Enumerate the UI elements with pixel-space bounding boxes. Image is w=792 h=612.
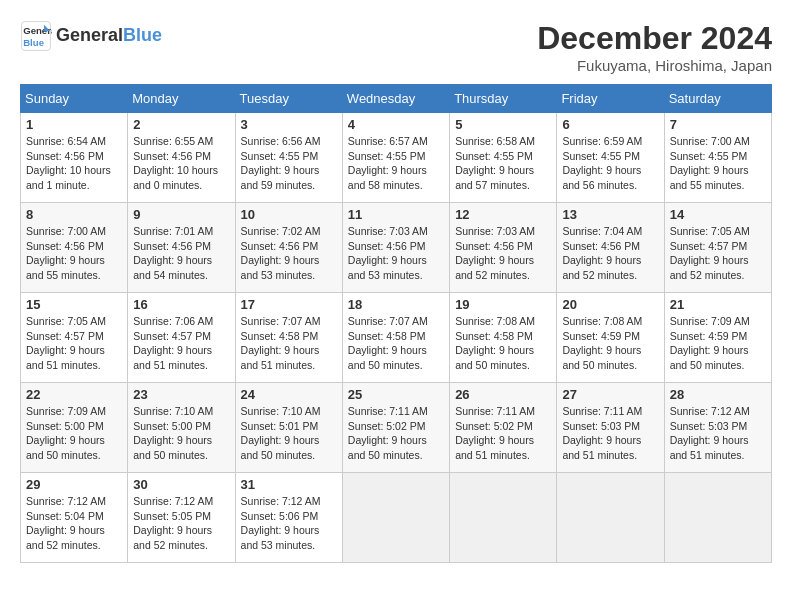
- day-number: 3: [241, 117, 337, 132]
- day-number: 14: [670, 207, 766, 222]
- day-number: 12: [455, 207, 551, 222]
- title-block: December 2024 Fukuyama, Hiroshima, Japan: [537, 20, 772, 74]
- day-number: 29: [26, 477, 122, 492]
- calendar-cell: 23Sunrise: 7:10 AMSunset: 5:00 PMDayligh…: [128, 383, 235, 473]
- day-number: 11: [348, 207, 444, 222]
- weekday-header-sunday: Sunday: [21, 85, 128, 113]
- day-info: Sunrise: 6:59 AMSunset: 4:55 PMDaylight:…: [562, 134, 658, 193]
- day-number: 26: [455, 387, 551, 402]
- calendar-table: SundayMondayTuesdayWednesdayThursdayFrid…: [20, 84, 772, 563]
- day-info: Sunrise: 7:11 AMSunset: 5:03 PMDaylight:…: [562, 404, 658, 463]
- calendar-header: SundayMondayTuesdayWednesdayThursdayFrid…: [21, 85, 772, 113]
- calendar-week-5: 29Sunrise: 7:12 AMSunset: 5:04 PMDayligh…: [21, 473, 772, 563]
- calendar-cell: 10Sunrise: 7:02 AMSunset: 4:56 PMDayligh…: [235, 203, 342, 293]
- day-info: Sunrise: 7:07 AMSunset: 4:58 PMDaylight:…: [348, 314, 444, 373]
- day-number: 28: [670, 387, 766, 402]
- calendar-cell: 9Sunrise: 7:01 AMSunset: 4:56 PMDaylight…: [128, 203, 235, 293]
- calendar-cell: 2Sunrise: 6:55 AMSunset: 4:56 PMDaylight…: [128, 113, 235, 203]
- day-number: 9: [133, 207, 229, 222]
- calendar-cell: [664, 473, 771, 563]
- day-number: 30: [133, 477, 229, 492]
- weekday-header-monday: Monday: [128, 85, 235, 113]
- day-info: Sunrise: 7:06 AMSunset: 4:57 PMDaylight:…: [133, 314, 229, 373]
- day-info: Sunrise: 6:54 AMSunset: 4:56 PMDaylight:…: [26, 134, 122, 193]
- calendar-cell: 25Sunrise: 7:11 AMSunset: 5:02 PMDayligh…: [342, 383, 449, 473]
- day-info: Sunrise: 6:57 AMSunset: 4:55 PMDaylight:…: [348, 134, 444, 193]
- calendar-cell: 22Sunrise: 7:09 AMSunset: 5:00 PMDayligh…: [21, 383, 128, 473]
- calendar-cell: 3Sunrise: 6:56 AMSunset: 4:55 PMDaylight…: [235, 113, 342, 203]
- weekday-header-wednesday: Wednesday: [342, 85, 449, 113]
- calendar-cell: 28Sunrise: 7:12 AMSunset: 5:03 PMDayligh…: [664, 383, 771, 473]
- day-info: Sunrise: 7:08 AMSunset: 4:58 PMDaylight:…: [455, 314, 551, 373]
- day-info: Sunrise: 7:05 AMSunset: 4:57 PMDaylight:…: [26, 314, 122, 373]
- day-number: 22: [26, 387, 122, 402]
- calendar-cell: 18Sunrise: 7:07 AMSunset: 4:58 PMDayligh…: [342, 293, 449, 383]
- logo-icon: General Blue: [20, 20, 52, 52]
- day-info: Sunrise: 7:03 AMSunset: 4:56 PMDaylight:…: [348, 224, 444, 283]
- day-info: Sunrise: 7:05 AMSunset: 4:57 PMDaylight:…: [670, 224, 766, 283]
- page-header: General Blue GeneralBlue December 2024 F…: [20, 20, 772, 74]
- day-info: Sunrise: 6:58 AMSunset: 4:55 PMDaylight:…: [455, 134, 551, 193]
- day-info: Sunrise: 7:00 AMSunset: 4:56 PMDaylight:…: [26, 224, 122, 283]
- calendar-cell: 16Sunrise: 7:06 AMSunset: 4:57 PMDayligh…: [128, 293, 235, 383]
- calendar-cell: 31Sunrise: 7:12 AMSunset: 5:06 PMDayligh…: [235, 473, 342, 563]
- day-info: Sunrise: 6:55 AMSunset: 4:56 PMDaylight:…: [133, 134, 229, 193]
- location-title: Fukuyama, Hiroshima, Japan: [537, 57, 772, 74]
- day-number: 2: [133, 117, 229, 132]
- calendar-cell: [450, 473, 557, 563]
- day-info: Sunrise: 7:10 AMSunset: 5:00 PMDaylight:…: [133, 404, 229, 463]
- day-info: Sunrise: 7:08 AMSunset: 4:59 PMDaylight:…: [562, 314, 658, 373]
- calendar-cell: [342, 473, 449, 563]
- day-number: 27: [562, 387, 658, 402]
- day-info: Sunrise: 7:12 AMSunset: 5:03 PMDaylight:…: [670, 404, 766, 463]
- day-number: 6: [562, 117, 658, 132]
- day-number: 17: [241, 297, 337, 312]
- calendar-cell: 1Sunrise: 6:54 AMSunset: 4:56 PMDaylight…: [21, 113, 128, 203]
- day-number: 5: [455, 117, 551, 132]
- day-info: Sunrise: 7:03 AMSunset: 4:56 PMDaylight:…: [455, 224, 551, 283]
- day-info: Sunrise: 7:07 AMSunset: 4:58 PMDaylight:…: [241, 314, 337, 373]
- weekday-header-tuesday: Tuesday: [235, 85, 342, 113]
- day-info: Sunrise: 7:10 AMSunset: 5:01 PMDaylight:…: [241, 404, 337, 463]
- day-number: 10: [241, 207, 337, 222]
- day-info: Sunrise: 7:12 AMSunset: 5:05 PMDaylight:…: [133, 494, 229, 553]
- day-number: 23: [133, 387, 229, 402]
- calendar-week-3: 15Sunrise: 7:05 AMSunset: 4:57 PMDayligh…: [21, 293, 772, 383]
- day-number: 21: [670, 297, 766, 312]
- calendar-cell: 17Sunrise: 7:07 AMSunset: 4:58 PMDayligh…: [235, 293, 342, 383]
- day-info: Sunrise: 7:02 AMSunset: 4:56 PMDaylight:…: [241, 224, 337, 283]
- calendar-cell: 4Sunrise: 6:57 AMSunset: 4:55 PMDaylight…: [342, 113, 449, 203]
- calendar-cell: 8Sunrise: 7:00 AMSunset: 4:56 PMDaylight…: [21, 203, 128, 293]
- day-info: Sunrise: 7:12 AMSunset: 5:06 PMDaylight:…: [241, 494, 337, 553]
- weekday-header-friday: Friday: [557, 85, 664, 113]
- calendar-cell: 26Sunrise: 7:11 AMSunset: 5:02 PMDayligh…: [450, 383, 557, 473]
- logo-text: GeneralBlue: [56, 26, 162, 46]
- calendar-cell: [557, 473, 664, 563]
- calendar-cell: 6Sunrise: 6:59 AMSunset: 4:55 PMDaylight…: [557, 113, 664, 203]
- weekday-header-saturday: Saturday: [664, 85, 771, 113]
- day-number: 7: [670, 117, 766, 132]
- day-number: 19: [455, 297, 551, 312]
- day-number: 13: [562, 207, 658, 222]
- day-number: 18: [348, 297, 444, 312]
- weekday-header-thursday: Thursday: [450, 85, 557, 113]
- calendar-cell: 24Sunrise: 7:10 AMSunset: 5:01 PMDayligh…: [235, 383, 342, 473]
- day-number: 15: [26, 297, 122, 312]
- day-info: Sunrise: 7:12 AMSunset: 5:04 PMDaylight:…: [26, 494, 122, 553]
- calendar-week-4: 22Sunrise: 7:09 AMSunset: 5:00 PMDayligh…: [21, 383, 772, 473]
- calendar-cell: 27Sunrise: 7:11 AMSunset: 5:03 PMDayligh…: [557, 383, 664, 473]
- day-number: 20: [562, 297, 658, 312]
- svg-text:Blue: Blue: [23, 37, 44, 48]
- calendar-cell: 29Sunrise: 7:12 AMSunset: 5:04 PMDayligh…: [21, 473, 128, 563]
- calendar-cell: 13Sunrise: 7:04 AMSunset: 4:56 PMDayligh…: [557, 203, 664, 293]
- day-info: Sunrise: 7:11 AMSunset: 5:02 PMDaylight:…: [348, 404, 444, 463]
- day-number: 25: [348, 387, 444, 402]
- calendar-week-2: 8Sunrise: 7:00 AMSunset: 4:56 PMDaylight…: [21, 203, 772, 293]
- day-info: Sunrise: 7:11 AMSunset: 5:02 PMDaylight:…: [455, 404, 551, 463]
- day-number: 4: [348, 117, 444, 132]
- calendar-cell: 21Sunrise: 7:09 AMSunset: 4:59 PMDayligh…: [664, 293, 771, 383]
- day-number: 31: [241, 477, 337, 492]
- calendar-cell: 7Sunrise: 7:00 AMSunset: 4:55 PMDaylight…: [664, 113, 771, 203]
- calendar-cell: 11Sunrise: 7:03 AMSunset: 4:56 PMDayligh…: [342, 203, 449, 293]
- calendar-cell: 5Sunrise: 6:58 AMSunset: 4:55 PMDaylight…: [450, 113, 557, 203]
